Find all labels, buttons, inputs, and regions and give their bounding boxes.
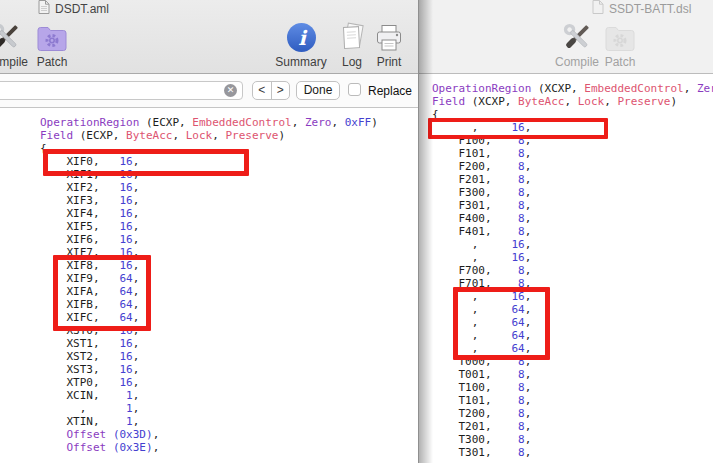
code-line: Field (XCXP, ByteAcc, Lock, Preserve) xyxy=(432,95,713,108)
code-line: F201, 8, xyxy=(432,173,713,186)
find-next-button[interactable]: > xyxy=(272,82,290,99)
code-line: T200, 8, xyxy=(432,407,713,420)
code-line: F700, 8, xyxy=(432,264,713,277)
right-window-header: SSDT-BATT.dsl Compile Patch xyxy=(419,0,713,74)
done-button[interactable]: Done xyxy=(296,81,340,100)
find-navigation-segmented: < > xyxy=(252,81,290,100)
replace-checkbox-label: Replace xyxy=(368,84,412,98)
code-line: T300, 8, xyxy=(432,433,713,446)
code-line: Offset (0x3E), xyxy=(40,441,418,454)
code-line: T201, 8, xyxy=(432,420,713,433)
code-line: T001, 8, xyxy=(432,368,713,381)
code-line: XIF4, 16, xyxy=(40,207,418,220)
window-title: DSDT.aml xyxy=(55,2,109,16)
code-line: F400, 8, xyxy=(432,212,713,225)
code-line: Offset (0x3D), xyxy=(40,428,418,441)
code-line: T100, 8, xyxy=(432,381,713,394)
find-search-input[interactable] xyxy=(0,83,221,100)
window-ssdt-batt: SSDT-BATT.dsl Compile Patch Operatio xyxy=(419,0,713,463)
code-line: XIF2, 16, xyxy=(40,181,418,194)
code-line: XST3, 16, xyxy=(40,363,418,376)
code-line: F300, 8, xyxy=(432,186,713,199)
find-search-field[interactable]: ✕ xyxy=(0,81,243,100)
window-title: SSDT-BATT.dsl xyxy=(609,2,691,16)
toolbar-patch-button[interactable]: Patch xyxy=(590,17,650,69)
right-window-title-group: SSDT-BATT.dsl xyxy=(592,1,691,17)
highlight-box-xif0 xyxy=(43,149,249,176)
code-line: , 1, xyxy=(40,402,418,415)
document-proxy-icon xyxy=(592,0,604,18)
patch-label: Patch xyxy=(590,55,650,69)
code-line: F200, 8, xyxy=(432,160,713,173)
patch-folder-icon xyxy=(22,17,82,54)
print-label: Print xyxy=(359,55,419,69)
code-line: T101, 8, xyxy=(432,394,713,407)
replace-checkbox[interactable] xyxy=(348,83,361,96)
toolbar-print-button[interactable]: Print xyxy=(359,17,419,69)
print-icon xyxy=(359,17,419,54)
highlight-box-anon-64-group xyxy=(453,287,550,360)
code-line: F401, 8, xyxy=(432,225,713,238)
find-previous-button[interactable]: < xyxy=(253,82,272,99)
code-line: XTP0, 16, xyxy=(40,376,418,389)
highlight-box-xif8-xifc xyxy=(53,255,151,331)
patch-folder-icon xyxy=(590,17,650,54)
code-line: , 16, xyxy=(432,251,713,264)
window-dsdt: DSDT.aml Compile Patch xyxy=(0,0,419,463)
code-line: XIF6, 16, xyxy=(40,233,418,246)
code-line: , 16, xyxy=(432,238,713,251)
code-line: F301, 8, xyxy=(432,199,713,212)
highlight-box-anon-16 xyxy=(428,118,608,139)
toolbar-patch-button[interactable]: Patch xyxy=(22,17,82,69)
code-line: F101, 8, xyxy=(432,147,713,160)
clear-search-icon[interactable]: ✕ xyxy=(224,84,237,97)
left-window-header: DSDT.aml Compile Patch xyxy=(0,0,418,74)
patch-label: Patch xyxy=(22,55,82,69)
code-line: XIF5, 16, xyxy=(40,220,418,233)
document-proxy-icon xyxy=(38,0,50,18)
code-line: OperationRegion (ECXP, EmbeddedControl, … xyxy=(40,116,418,129)
code-line: T301, 8, xyxy=(432,446,713,459)
code-line: XIF3, 16, xyxy=(40,194,418,207)
code-line: XCIN, 1, xyxy=(40,389,418,402)
code-line: XST1, 16, xyxy=(40,337,418,350)
code-line: XTIN, 1, xyxy=(40,415,418,428)
code-line: OperationRegion (XCXP, EmbeddedControl, … xyxy=(432,82,713,95)
code-line: XST2, 16, xyxy=(40,350,418,363)
code-line: Field (ECXP, ByteAcc, Lock, Preserve) xyxy=(40,129,418,142)
find-bar: ✕ < > Done Replace xyxy=(0,74,418,108)
left-window-title-group: DSDT.aml xyxy=(38,1,109,17)
